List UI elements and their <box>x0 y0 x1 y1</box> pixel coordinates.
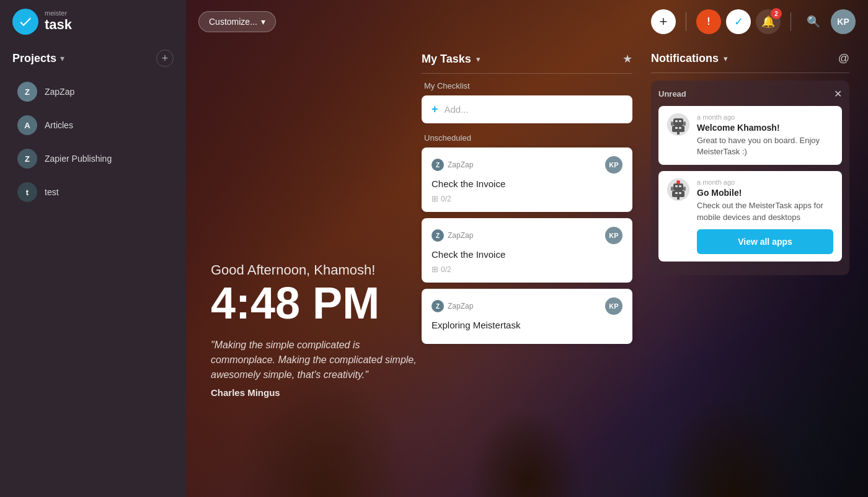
project-avatar-test: t <box>17 182 37 202</box>
notif-avatar-0 <box>667 113 689 136</box>
checklist-label: My Checklist <box>422 81 632 90</box>
task-subtasks-0: 0/2 <box>441 195 451 203</box>
task-card-0[interactable]: Z ZapZap KP Check the Invoice ⊞ 0/2 <box>422 147 632 212</box>
task-project-icon-1: Z <box>432 229 444 242</box>
topbar-right: + ! ✓ 🔔 2 🔍 KP <box>651 9 856 34</box>
svg-rect-8 <box>679 127 681 129</box>
projects-header: Projects ▾ + <box>0 43 186 72</box>
project-avatar-zapier: Z <box>17 149 37 169</box>
project-name-zapzap: ZapZap <box>45 87 74 97</box>
unread-section: Unread ✕ <box>651 81 849 275</box>
task-project-icon-2: Z <box>432 300 444 312</box>
svg-rect-4 <box>672 126 684 132</box>
logo-icon <box>12 9 38 35</box>
unread-close-icon[interactable]: ✕ <box>834 88 842 100</box>
svg-rect-18 <box>675 192 678 194</box>
projects-title-wrap[interactable]: Projects ▾ <box>12 52 64 65</box>
alert-button[interactable]: ! <box>696 9 721 34</box>
task-card-2[interactable]: Z ZapZap KP Exploring Meistertask <box>422 289 632 344</box>
check-button[interactable]: ✓ <box>726 9 751 34</box>
main-content: Customize... ▾ + ! ✓ 🔔 2 🔍 KP <box>186 0 868 497</box>
task-title-2: Exploring Meistertask <box>432 320 622 330</box>
notifications-panel: Notifications ▾ @ Unread ✕ <box>645 43 856 281</box>
notif-title-text-1: Go Mobile! <box>697 188 833 198</box>
sidebar-item-articles[interactable]: A Articles <box>5 109 181 141</box>
task-card-header-2: Z ZapZap KP <box>432 297 622 315</box>
notif-divider <box>651 73 849 73</box>
task-assignee-2: KP <box>605 297 622 315</box>
add-task-button[interactable]: + <box>651 9 676 34</box>
search-icon: 🔍 <box>807 15 820 29</box>
add-icon: + <box>660 14 668 30</box>
tasks-star-icon[interactable]: ★ <box>622 52 632 66</box>
task-title-1: Check the Invoice <box>432 249 622 260</box>
user-avatar-button[interactable]: KP <box>831 9 856 34</box>
my-tasks-panel: My Tasks ▾ ★ My Checklist + Add... Unsch… <box>415 43 639 356</box>
notif-avatar-1 <box>667 178 689 201</box>
svg-rect-3 <box>679 120 681 122</box>
quote-author: Charles Mingus <box>211 387 422 398</box>
notif-content-1: a month ago Go Mobile! Check out the Mei… <box>697 178 833 253</box>
check-icon: ✓ <box>734 15 743 29</box>
notif-panel-title: Notifications <box>651 52 719 65</box>
alert-icon: ! <box>707 16 710 27</box>
tasks-title-wrap[interactable]: My Tasks ▾ <box>422 53 480 66</box>
greeting-area: Good Afternoon, Khamosh! 4:48 PM "Making… <box>211 262 422 398</box>
svg-rect-19 <box>679 192 681 194</box>
subtask-icon-0: ⊞ <box>432 194 438 203</box>
add-plus-icon: + <box>432 103 438 116</box>
task-card-header-0: Z ZapZap KP <box>432 156 622 174</box>
task-card-header-1: Z ZapZap KP <box>432 227 622 244</box>
sidebar: meister task Projects ▾ + Z ZapZap A Art… <box>0 0 186 497</box>
search-button[interactable]: 🔍 <box>801 9 826 34</box>
svg-rect-1 <box>673 118 683 126</box>
task-project-name-0: ZapZap <box>448 161 473 169</box>
view-all-apps-button[interactable]: View all apps <box>697 229 833 254</box>
notif-body-1: Check out the MeisterTask apps for mobil… <box>697 200 833 222</box>
task-meta-0: ⊞ 0/2 <box>432 194 622 203</box>
svg-rect-14 <box>679 185 681 187</box>
task-assignee-0: KP <box>605 156 622 174</box>
task-project-0: Z ZapZap <box>432 159 473 171</box>
topbar: Customize... ▾ + ! ✓ 🔔 2 🔍 KP <box>186 0 868 43</box>
notif-item-0[interactable]: a month ago Welcome Khamosh! Great to ha… <box>658 106 842 165</box>
notif-at-icon[interactable]: @ <box>838 52 849 65</box>
task-project-name-2: ZapZap <box>448 302 473 310</box>
projects-chevron-icon: ▾ <box>60 53 64 63</box>
project-avatar-articles: A <box>17 115 37 135</box>
notif-title-wrap[interactable]: Notifications ▾ <box>651 52 728 65</box>
clock-display: 4:48 PM <box>211 281 422 325</box>
notif-item-1[interactable]: a month ago Go Mobile! Check out the Mei… <box>658 171 842 261</box>
subtask-icon-1: ⊞ <box>432 265 438 274</box>
svg-point-22 <box>676 180 680 184</box>
svg-rect-6 <box>683 121 686 126</box>
customize-button[interactable]: Customize... ▾ <box>198 11 276 32</box>
task-project-2: Z ZapZap <box>432 300 473 312</box>
notifications-button[interactable]: 🔔 2 <box>756 9 781 34</box>
sidebar-item-test[interactable]: t test <box>5 176 181 208</box>
svg-rect-16 <box>671 187 673 191</box>
svg-rect-7 <box>675 127 678 129</box>
project-avatar-zapzap: Z <box>17 82 37 102</box>
svg-rect-21 <box>677 197 680 200</box>
notif-body-0: Great to have you on board. Enjoy Meiste… <box>697 135 833 157</box>
projects-title: Projects <box>12 52 56 65</box>
unscheduled-label: Unscheduled <box>422 133 632 143</box>
notif-time-1: a month ago <box>697 178 833 186</box>
task-project-icon-0: Z <box>432 159 444 171</box>
add-project-button[interactable]: + <box>156 50 174 67</box>
customize-label: Customize... <box>209 17 257 27</box>
unread-label: Unread <box>658 89 686 99</box>
quote-text: "Making the simple complicated is common… <box>211 338 422 382</box>
task-meta-1: ⊞ 0/2 <box>432 265 622 274</box>
task-assignee-1: KP <box>605 227 622 244</box>
logo-task: task <box>45 17 72 33</box>
tasks-divider <box>422 73 632 74</box>
add-checklist-item[interactable]: + Add... <box>422 95 632 123</box>
sidebar-item-zapzap[interactable]: Z ZapZap <box>5 76 181 108</box>
svg-rect-13 <box>675 185 678 187</box>
logo-meister: meister <box>45 10 72 17</box>
task-card-1[interactable]: Z ZapZap KP Check the Invoice ⊞ 0/2 <box>422 218 632 283</box>
sidebar-item-zapier-publishing[interactable]: Z Zapier Publishing <box>5 143 181 175</box>
tasks-chevron-icon: ▾ <box>476 55 480 64</box>
